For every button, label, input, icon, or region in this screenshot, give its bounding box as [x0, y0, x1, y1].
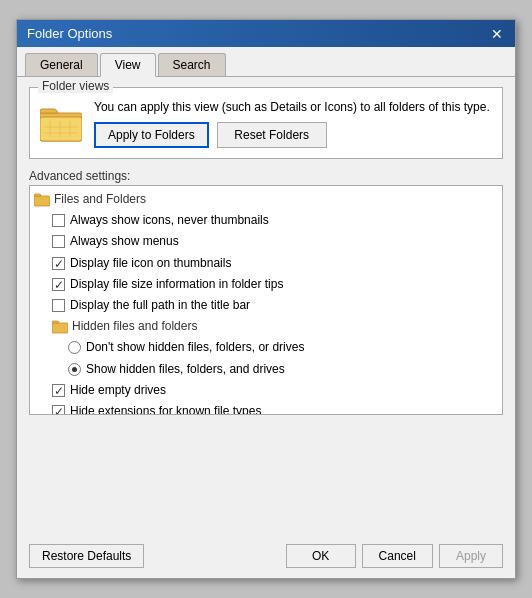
list-item[interactable]: Show hidden files, folders, and drives — [30, 359, 502, 380]
list-item: Files and Folders — [30, 189, 502, 210]
folder-views-body: You can apply this view (such as Details… — [40, 100, 492, 148]
svg-rect-10 — [52, 323, 68, 333]
radio-show-hidden[interactable] — [68, 363, 81, 376]
list-item[interactable]: Hide extensions for known file types — [30, 401, 502, 414]
advanced-list-scroll[interactable]: Files and Folders Always show icons, nev… — [30, 186, 502, 414]
list-item-text: Hide empty drives — [70, 381, 166, 400]
list-item-text: Show hidden files, folders, and drives — [86, 360, 285, 379]
svg-rect-9 — [34, 196, 50, 206]
checkbox-always-icons[interactable] — [52, 214, 65, 227]
folder-views-buttons: Apply to Folders Reset Folders — [94, 122, 490, 148]
advanced-list-box[interactable]: Files and Folders Always show icons, nev… — [29, 185, 503, 415]
cancel-button[interactable]: Cancel — [362, 544, 433, 568]
list-item-text: Hide extensions for known file types — [70, 402, 261, 414]
apply-to-folders-button[interactable]: Apply to Folders — [94, 122, 209, 148]
svg-rect-2 — [40, 117, 82, 141]
folder-views-description: You can apply this view (such as Details… — [94, 100, 490, 148]
list-item-text: Display file size information in folder … — [70, 275, 283, 294]
list-item-text: Hidden files and folders — [72, 317, 197, 336]
advanced-settings-section: Advanced settings: Files and Folders — [29, 169, 503, 415]
folder-options-dialog: Folder Options ✕ General View Search Fol… — [16, 19, 516, 579]
checkbox-full-path[interactable] — [52, 299, 65, 312]
list-item[interactable]: Always show menus — [30, 231, 502, 252]
folder-small-icon — [34, 193, 50, 207]
folder-views-group: Folder views You can apply — [29, 87, 503, 159]
checkbox-always-menus[interactable] — [52, 235, 65, 248]
list-item-text: Display the full path in the title bar — [70, 296, 250, 315]
list-item[interactable]: Display file icon on thumbnails — [30, 253, 502, 274]
reset-folders-button[interactable]: Reset Folders — [217, 122, 327, 148]
folder-views-label: Folder views — [38, 79, 113, 93]
list-item[interactable]: Display the full path in the title bar — [30, 295, 502, 316]
checkbox-file-icon-thumbnails[interactable] — [52, 257, 65, 270]
tabs-container: General View Search — [17, 47, 515, 77]
list-item[interactable]: Always show icons, never thumbnails — [30, 210, 502, 231]
list-item-text: Always show icons, never thumbnails — [70, 211, 269, 230]
folder-views-text: You can apply this view (such as Details… — [94, 100, 490, 114]
list-item: Hidden files and folders — [30, 316, 502, 337]
list-item-text: Always show menus — [70, 232, 179, 251]
tab-view-content: Folder views You can apply — [17, 77, 515, 538]
list-item[interactable]: Don't show hidden files, folders, or dri… — [30, 337, 502, 358]
list-item[interactable]: Hide empty drives — [30, 380, 502, 401]
ok-button[interactable]: OK — [286, 544, 356, 568]
folder-large-icon — [40, 105, 82, 143]
list-item[interactable]: Display file size information in folder … — [30, 274, 502, 295]
dialog-title: Folder Options — [27, 26, 112, 41]
list-item-text: Don't show hidden files, folders, or dri… — [86, 338, 304, 357]
radio-dont-show-hidden[interactable] — [68, 341, 81, 354]
bottom-buttons: Restore Defaults OK Cancel Apply — [17, 538, 515, 578]
restore-defaults-button[interactable]: Restore Defaults — [29, 544, 144, 568]
tab-general[interactable]: General — [25, 53, 98, 76]
apply-button[interactable]: Apply — [439, 544, 503, 568]
advanced-label: Advanced settings: — [29, 169, 503, 183]
title-bar: Folder Options ✕ — [17, 20, 515, 47]
tab-view[interactable]: View — [100, 53, 156, 77]
checkbox-hide-extensions[interactable] — [52, 405, 65, 414]
list-item-text: Display file icon on thumbnails — [70, 254, 231, 273]
folder-small-icon — [52, 320, 68, 334]
checkbox-file-size-info[interactable] — [52, 278, 65, 291]
list-item-text: Files and Folders — [54, 190, 146, 209]
checkbox-hide-empty-drives[interactable] — [52, 384, 65, 397]
close-button[interactable]: ✕ — [489, 27, 505, 41]
tab-search[interactable]: Search — [158, 53, 226, 76]
